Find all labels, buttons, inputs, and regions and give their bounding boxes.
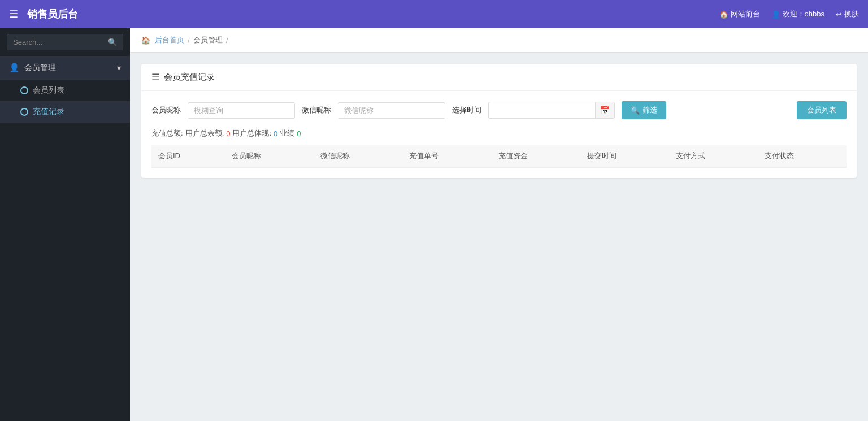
date-label: 选择时间 — [452, 105, 481, 115]
sidebar-item-member-list[interactable]: 会员列表 — [0, 80, 130, 101]
wechat-nickname-input[interactable] — [338, 102, 445, 119]
breadcrumb-sep-1: / — [188, 36, 190, 45]
switch-icon: ↩ — [836, 10, 842, 19]
sidebar-search-box[interactable]: 🔍 — [7, 34, 123, 50]
filter-row: 会员昵称 微信昵称 选择时间 📅 🔍 筛选 会 — [151, 101, 847, 119]
logout-link[interactable]: ↩ 换肤 — [836, 9, 859, 19]
user-icon: 👤 — [771, 10, 780, 19]
card-header: ☰ 会员充值记录 — [141, 64, 857, 91]
stats-row: 充值总额: 用户总余额: 0 用户总体现: 0 业绩 0 — [151, 128, 847, 138]
layout: 🔍 👤 会员管理 ▾ 会员列表 充值记录 🏠 后台首页 / — [0, 28, 868, 421]
card-body: 会员昵称 微信昵称 选择时间 📅 🔍 筛选 会 — [141, 91, 857, 178]
user-management-icon: 👤 — [9, 63, 20, 73]
stats-total-label: 充值总额: — [151, 128, 183, 138]
main-card: ☰ 会员充值记录 会员昵称 微信昵称 选择时间 📅 — [141, 64, 857, 178]
stats-performance-label: 业绩 — [280, 128, 294, 138]
table-col-header: 充值资金 — [492, 145, 580, 167]
sidebar: 🔍 👤 会员管理 ▾ 会员列表 充值记录 — [0, 28, 130, 421]
recharge-records-label: 充值记录 — [33, 107, 64, 117]
table-header-row: 会员ID会员昵称微信昵称充值单号充值资金提交时间支付方式支付状态 — [151, 145, 847, 167]
member-list-button[interactable]: 会员列表 — [797, 101, 847, 119]
table-col-header: 提交时间 — [580, 145, 669, 167]
search-input[interactable] — [13, 38, 108, 46]
stats-performance-val: 0 — [297, 129, 301, 138]
app-title: 销售员后台 — [27, 7, 78, 21]
table-head: 会员ID会员昵称微信昵称充值单号充值资金提交时间支付方式支付状态 — [151, 145, 847, 167]
filter-button[interactable]: 🔍 筛选 — [622, 101, 666, 119]
table-col-header: 微信昵称 — [314, 145, 402, 167]
date-input-wrap: 📅 — [488, 102, 615, 119]
chevron-down-icon: ▾ — [117, 63, 121, 72]
search-filter-icon: 🔍 — [631, 106, 640, 115]
breadcrumb-current: 会员管理 — [193, 35, 223, 45]
member-management-label: 会员管理 — [24, 63, 56, 73]
stats-user-balance-val: 0 — [226, 129, 230, 138]
table-col-header: 会员昵称 — [225, 145, 314, 167]
menu-toggle-icon[interactable]: ☰ — [9, 8, 18, 20]
table-col-header: 充值单号 — [402, 145, 491, 167]
member-nickname-label: 会员昵称 — [151, 105, 181, 115]
breadcrumb-sep-2: / — [226, 36, 228, 45]
table-col-header: 会员ID — [151, 145, 225, 167]
navbar-right: 🏠 网站前台 👤 欢迎：ohbbs ↩ 换肤 — [719, 9, 859, 19]
home-icon: 🏠 — [719, 10, 728, 19]
website-front-link[interactable]: 🏠 网站前台 — [719, 9, 760, 19]
sidebar-item-recharge-records[interactable]: 充值记录 — [0, 101, 130, 123]
page-area: ☰ 会员充值记录 会员昵称 微信昵称 选择时间 📅 — [130, 53, 868, 421]
table-col-header: 支付方式 — [669, 145, 758, 167]
date-input[interactable] — [489, 103, 595, 118]
main-content: 🏠 后台首页 / 会员管理 / ☰ 会员充值记录 会员昵称 — [130, 28, 868, 421]
welcome-user-link[interactable]: 👤 欢迎：ohbbs — [771, 9, 824, 19]
table-col-header: 支付状态 — [758, 145, 847, 167]
dot-icon-active — [20, 108, 28, 116]
list-icon: ☰ — [151, 72, 159, 83]
member-nickname-input[interactable] — [188, 102, 295, 119]
breadcrumb-home-icon: 🏠 — [141, 36, 150, 45]
card-title: 会员充值记录 — [164, 72, 215, 83]
stats-user-cash-val: 0 — [274, 129, 277, 138]
sidebar-item-member-management[interactable]: 👤 会员管理 ▾ — [0, 56, 130, 80]
stats-user-balance-label: 用户总余额: — [185, 128, 224, 138]
member-list-label: 会员列表 — [33, 85, 64, 96]
calendar-icon[interactable]: 📅 — [595, 102, 614, 118]
navbar: ☰ 销售员后台 🏠 网站前台 👤 欢迎：ohbbs ↩ 换肤 — [0, 0, 868, 28]
stats-user-cash-label: 用户总体现: — [232, 128, 271, 138]
sidebar-search-area: 🔍 — [0, 28, 130, 56]
dot-icon — [20, 86, 28, 94]
search-icon: 🔍 — [108, 38, 117, 46]
recharge-table: 会员ID会员昵称微信昵称充值单号充值资金提交时间支付方式支付状态 — [151, 145, 847, 168]
breadcrumb: 🏠 后台首页 / 会员管理 / — [130, 28, 868, 53]
wechat-nickname-label: 微信昵称 — [302, 105, 331, 115]
breadcrumb-home-link[interactable]: 后台首页 — [155, 35, 184, 45]
